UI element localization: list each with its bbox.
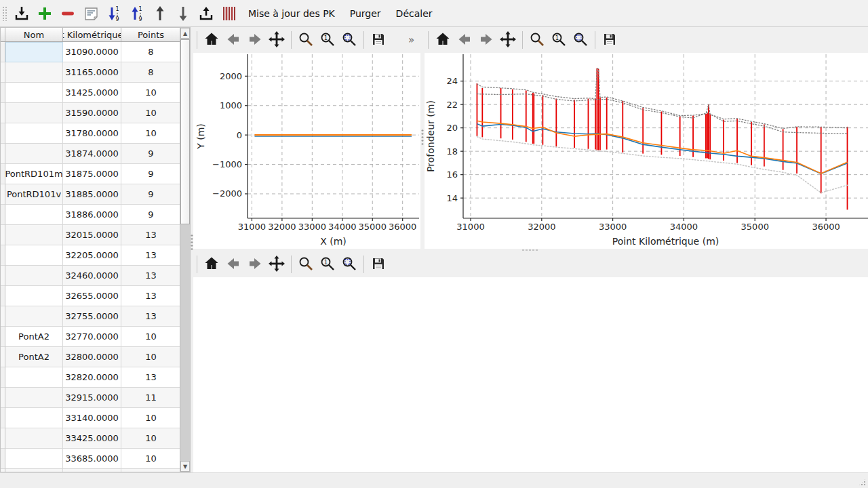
column-header-nom[interactable]: Nom <box>5 28 63 41</box>
table-cell[interactable] <box>5 205 63 225</box>
table-cell[interactable]: 8 <box>121 62 181 83</box>
save-button[interactable] <box>368 29 389 51</box>
table-cell[interactable] <box>5 123 63 144</box>
table-cell[interactable] <box>5 266 63 286</box>
table-cell[interactable] <box>5 428 63 449</box>
table-cell[interactable]: 10 <box>121 103 181 123</box>
table-cell[interactable]: 9 <box>121 184 181 205</box>
back-button[interactable] <box>222 253 244 275</box>
forward-button[interactable] <box>244 29 266 51</box>
column-header-pk[interactable]: t Kilométrique <box>63 28 121 41</box>
table-cell[interactable]: PontRD101v <box>5 184 63 205</box>
sort-descending-button[interactable]: 19 <box>103 3 125 24</box>
profiles-button[interactable] <box>218 3 240 24</box>
table-cell[interactable] <box>5 306 63 327</box>
table-cell[interactable]: 10 <box>121 428 181 449</box>
forward-button[interactable] <box>475 29 497 51</box>
table-cell[interactable]: 9 <box>121 164 181 184</box>
purge-button[interactable]: Purger <box>343 3 388 24</box>
table-cell[interactable] <box>5 144 63 164</box>
zoom-one-button[interactable]: 1 <box>548 29 570 51</box>
back-button[interactable] <box>222 29 244 51</box>
bottom-plot-canvas[interactable] <box>193 277 868 472</box>
save-button[interactable] <box>599 29 620 51</box>
delete-row-button[interactable] <box>57 3 79 24</box>
table-cell[interactable] <box>5 42 63 62</box>
table-cell[interactable]: 13 <box>121 286 181 306</box>
table-cell[interactable]: 32015.0000 <box>63 225 121 245</box>
table-cell[interactable] <box>5 388 63 408</box>
right-plot-canvas[interactable]: 3100032000330003400035000360001416182022… <box>425 53 868 249</box>
move-up-button[interactable] <box>149 3 171 24</box>
update-pk-button[interactable]: Mise à jour des PK <box>241 3 342 24</box>
table-cell[interactable]: 31780.0000 <box>63 123 121 144</box>
left-plot-canvas[interactable]: 310003200033000340003500036000−2000−1000… <box>193 53 420 249</box>
table-cell[interactable]: 31165.0000 <box>63 62 121 83</box>
table-cell[interactable]: 10 <box>121 327 181 347</box>
zoom-button[interactable] <box>295 253 317 275</box>
profondeur-chart[interactable]: 3100032000330003400035000360001416182022… <box>425 53 868 249</box>
table-cell[interactable]: 13 <box>121 306 181 327</box>
resize-grip-icon[interactable] <box>858 478 867 487</box>
toolbar-drag-handle[interactable] <box>2 6 7 21</box>
pan-button[interactable] <box>266 29 288 51</box>
table-cell[interactable]: 13 <box>121 367 181 388</box>
table-cell[interactable]: 8 <box>121 42 181 62</box>
scrollbar-thumb[interactable] <box>180 39 190 224</box>
scroll-up-icon[interactable]: ▲ <box>180 28 190 39</box>
table-cell[interactable]: 10 <box>121 83 181 103</box>
table-cell[interactable]: 32460.0000 <box>63 266 121 286</box>
back-button[interactable] <box>454 29 475 51</box>
table-cell[interactable]: 33425.0000 <box>63 428 121 449</box>
table-cell[interactable] <box>5 286 63 306</box>
forward-button[interactable] <box>244 253 266 275</box>
table-cell[interactable] <box>5 62 63 83</box>
table-cell[interactable]: PontA2 <box>5 327 63 347</box>
zoom-fit-button[interactable] <box>338 253 360 275</box>
zoom-one-button[interactable]: 1 <box>317 29 338 51</box>
import-button[interactable] <box>11 3 33 24</box>
shift-button[interactable]: Décaler <box>389 3 439 24</box>
table-cell[interactable] <box>5 408 63 428</box>
zoom-button[interactable] <box>526 29 548 51</box>
xy-chart[interactable]: 310003200033000340003500036000−2000−1000… <box>193 53 420 249</box>
table-cell[interactable]: 10 <box>121 449 181 469</box>
notes-button[interactable] <box>80 3 102 24</box>
table-cell[interactable] <box>5 245 63 266</box>
table-cell[interactable]: 9 <box>121 205 181 225</box>
table-cell[interactable] <box>5 103 63 123</box>
table-cell[interactable] <box>5 449 63 469</box>
table-cell[interactable]: 32800.0000 <box>63 347 121 367</box>
table-cell[interactable]: 11 <box>121 388 181 408</box>
sort-ascending-button[interactable]: 19 <box>126 3 148 24</box>
home-button[interactable] <box>201 253 222 275</box>
add-row-button[interactable] <box>34 3 56 24</box>
table-cell[interactable]: PontRD101m <box>5 164 63 184</box>
table-cell[interactable]: 33685.0000 <box>63 449 121 469</box>
zoom-one-button[interactable]: 1 <box>317 253 338 275</box>
table-cell[interactable]: 10 <box>121 408 181 428</box>
table-cell[interactable]: 32820.0000 <box>63 367 121 388</box>
save-button[interactable] <box>368 253 389 275</box>
table-cell[interactable]: 33140.0000 <box>63 408 121 428</box>
table-cell[interactable]: 32915.0000 <box>63 388 121 408</box>
table-cell[interactable]: 13 <box>121 225 181 245</box>
table-scrollbar[interactable]: ▲ ▼ <box>180 28 190 472</box>
table-cell[interactable]: 31590.0000 <box>63 103 121 123</box>
export-button[interactable] <box>195 3 217 24</box>
table-cell[interactable] <box>5 225 63 245</box>
table-cell[interactable]: PontA2 <box>5 347 63 367</box>
table-cell[interactable] <box>5 83 63 103</box>
table-cell[interactable]: 10 <box>121 347 181 367</box>
home-button[interactable] <box>201 29 222 51</box>
pan-button[interactable] <box>497 29 519 51</box>
table-cell[interactable]: 32205.0000 <box>63 245 121 266</box>
zoom-fit-button[interactable] <box>338 29 360 51</box>
home-button[interactable] <box>432 29 454 51</box>
table-cell[interactable] <box>5 367 63 388</box>
pan-button[interactable] <box>266 253 288 275</box>
scroll-down-icon[interactable]: ▼ <box>180 461 190 472</box>
table-cell[interactable]: 13 <box>121 266 181 286</box>
table-cell[interactable]: 10 <box>121 123 181 144</box>
table-cell[interactable]: 32655.0000 <box>63 286 121 306</box>
